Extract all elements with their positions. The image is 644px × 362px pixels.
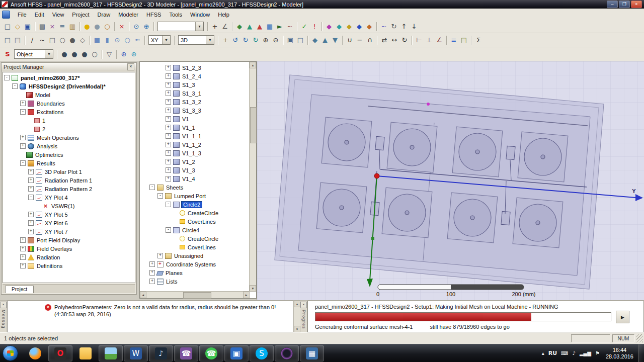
menu-window[interactable]: Window xyxy=(186,10,214,19)
collapse-toggle[interactable]: - xyxy=(20,160,26,166)
project-manager-close-icon[interactable]: × xyxy=(127,63,134,70)
tree-item-xy-plot-6[interactable]: +XY Plot 6 xyxy=(3,219,135,227)
expand-toggle[interactable]: + xyxy=(149,270,155,276)
draw-line-icon[interactable]: / xyxy=(27,35,37,45)
draw-ellipse-icon[interactable]: ○ xyxy=(57,35,67,45)
expand-toggle[interactable]: + xyxy=(166,176,171,182)
expand-toggle[interactable]: + xyxy=(20,246,26,251)
tree-item-v1[interactable]: +V1 xyxy=(140,115,249,123)
scroll-left-icon[interactable]: ◄ xyxy=(140,292,146,298)
variable-combo-dropdown-icon[interactable]: ▼ xyxy=(195,22,203,31)
expand-toggle[interactable]: + xyxy=(20,237,26,243)
vertical-scroll-thumb[interactable] xyxy=(250,107,257,143)
taskbar-word-button[interactable]: W xyxy=(124,345,148,361)
analyze-all-icon[interactable]: ! xyxy=(309,22,319,32)
tree-item-v1-1-2[interactable]: +V1_1_2 xyxy=(140,140,249,149)
resize-grip[interactable] xyxy=(636,334,643,342)
expand-toggle[interactable]: + xyxy=(166,65,171,70)
tree-item-createcircle[interactable]: CreateCircle xyxy=(140,234,249,243)
arrow-down-icon[interactable]: ↓ xyxy=(409,22,419,32)
tree-item-xy-plot-7[interactable]: +XY Plot 7 xyxy=(3,227,135,236)
tree-item-mesh-operations[interactable]: +Mesh Operations xyxy=(3,133,135,142)
selection-mode-combo-dropdown-icon[interactable]: ▼ xyxy=(45,50,53,58)
expand-toggle[interactable]: + xyxy=(149,279,155,284)
tree-item-circle4[interactable]: -Circle4 xyxy=(140,226,249,234)
tree-item-v1-3[interactable]: +V1_3 xyxy=(140,166,249,174)
frequency-sweep-icon[interactable]: ~ xyxy=(285,22,295,32)
expand-toggle[interactable]: + xyxy=(20,263,26,268)
new-model-icon[interactable]: □ xyxy=(3,35,13,45)
tree-item-vswr-1[interactable]: VSWR(1) xyxy=(3,202,135,210)
analysis-setup-icon[interactable]: ► xyxy=(275,22,285,32)
tree-item-coordinate-systems[interactable]: +Coordinate Systems xyxy=(140,260,249,268)
hidden-icons-button[interactable]: ▴ xyxy=(542,350,544,356)
select-vertex-icon[interactable]: ● xyxy=(59,49,69,59)
selection-mode-combo[interactable]: Object▼ xyxy=(14,49,53,59)
3d-modeler-viewport[interactable]: Y 0 100 200 (mm) xyxy=(257,61,644,300)
collapse-toggle[interactable]: - xyxy=(28,195,34,200)
expand-toggle[interactable]: + xyxy=(166,125,171,130)
ellipse-tool-icon[interactable]: ○ xyxy=(102,22,112,32)
taskbar-calculator-button[interactable]: ▦ xyxy=(300,345,324,361)
paste-icon[interactable]: ▥ xyxy=(67,22,77,32)
view-orient-top-icon[interactable]: ▲ xyxy=(320,35,330,45)
tree-item-analysis[interactable]: +Analysis xyxy=(3,142,135,150)
assign-boundary-icon[interactable]: ▲ xyxy=(245,22,255,32)
select-edge-icon[interactable]: ● xyxy=(69,49,79,59)
view-orient-front-icon[interactable]: ▼ xyxy=(330,35,340,45)
draw-sphere-icon[interactable]: ⊙ xyxy=(112,35,122,45)
expand-toggle[interactable]: + xyxy=(20,101,26,106)
field-calculator-icon[interactable]: Σ xyxy=(473,35,484,45)
sphere-yellow-icon[interactable]: ● xyxy=(82,22,92,32)
tree-item-createcircle[interactable]: CreateCircle xyxy=(140,209,249,217)
expand-toggle[interactable]: + xyxy=(166,108,171,113)
taskbar-save-tool-button[interactable]: ▣ xyxy=(224,345,249,361)
expand-toggle[interactable]: + xyxy=(166,82,171,87)
fit-all-icon[interactable]: ▣ xyxy=(285,35,295,45)
tree-item-model[interactable]: Model xyxy=(3,90,135,99)
tree-item-xy-plot-5[interactable]: +XY Plot 5 xyxy=(3,210,135,219)
save-icon[interactable]: ▣ xyxy=(23,22,33,32)
open-icon[interactable]: ◇ xyxy=(13,22,23,32)
menu-file[interactable]: File xyxy=(14,10,31,19)
expand-toggle[interactable]: + xyxy=(166,159,171,164)
action-center-icon[interactable]: ⚑ xyxy=(595,350,600,356)
taskbar-opera-button[interactable]: O xyxy=(48,345,72,361)
expand-toggle[interactable]: + xyxy=(28,186,34,192)
3d-scene[interactable]: Y 0 100 200 (mm) xyxy=(257,61,644,300)
tree-item-2[interactable]: 2 xyxy=(3,125,135,133)
expand-toggle[interactable]: + xyxy=(157,253,163,258)
expand-toggle[interactable]: + xyxy=(166,150,171,156)
mesh-operation-icon[interactable]: ▦ xyxy=(265,22,275,32)
pan-hand-icon[interactable]: + xyxy=(220,35,230,45)
expand-toggle[interactable]: + xyxy=(166,142,171,147)
volume-icon[interactable]: ♪ xyxy=(573,350,576,356)
tree-item-port-field-display[interactable]: +Port Field Display xyxy=(3,236,135,244)
taskbar-speaker-button[interactable]: ♪ xyxy=(149,345,173,361)
fit-selection-icon[interactable]: □ xyxy=(295,35,305,45)
project-manager-titlebar[interactable]: Project Manager × xyxy=(2,63,136,71)
modeler-tree-vertical-scrollbar[interactable]: ▲ ▼ xyxy=(249,62,256,292)
message-manager-tab-label[interactable]: Messag xyxy=(1,310,6,329)
selection-filter-icon[interactable]: ▽ xyxy=(104,49,114,59)
select-object-icon[interactable]: ○ xyxy=(90,49,100,59)
zoom-in-icon[interactable]: ⊕ xyxy=(261,35,271,45)
tree-item-3d-polar-plot-1[interactable]: +3D Polar Plot 1 xyxy=(3,167,135,176)
progress-close-icon[interactable]: × xyxy=(300,302,307,308)
rotate-around-point-icon[interactable]: ↻ xyxy=(240,35,251,45)
draw-spline-icon[interactable]: ~ xyxy=(37,35,47,45)
tree-item-s1-2-3[interactable]: +S1_2_3 xyxy=(140,63,249,72)
tree-item-s1-3-2[interactable]: +S1_3_2 xyxy=(140,98,249,106)
expand-toggle[interactable]: + xyxy=(166,73,171,79)
collapse-toggle[interactable]: - xyxy=(149,185,155,190)
plot-magenta-icon[interactable]: ◆ xyxy=(324,22,334,32)
plot-cyan-icon[interactable]: ◆ xyxy=(334,22,344,32)
dim-angle-icon[interactable]: ∠ xyxy=(434,35,444,45)
tree-item-planes[interactable]: +Planes xyxy=(140,268,249,277)
delete-icon[interactable]: × xyxy=(117,22,127,32)
tree-item-sheets[interactable]: -Sheets xyxy=(140,183,249,192)
variable-combo[interactable]: ▼ xyxy=(157,22,204,31)
tree-item-s1-3-1[interactable]: +S1_3_1 xyxy=(140,89,249,98)
tree-item-boundaries[interactable]: +Boundaries xyxy=(3,99,135,108)
network-icon[interactable]: ▂▄▆ xyxy=(580,350,591,356)
